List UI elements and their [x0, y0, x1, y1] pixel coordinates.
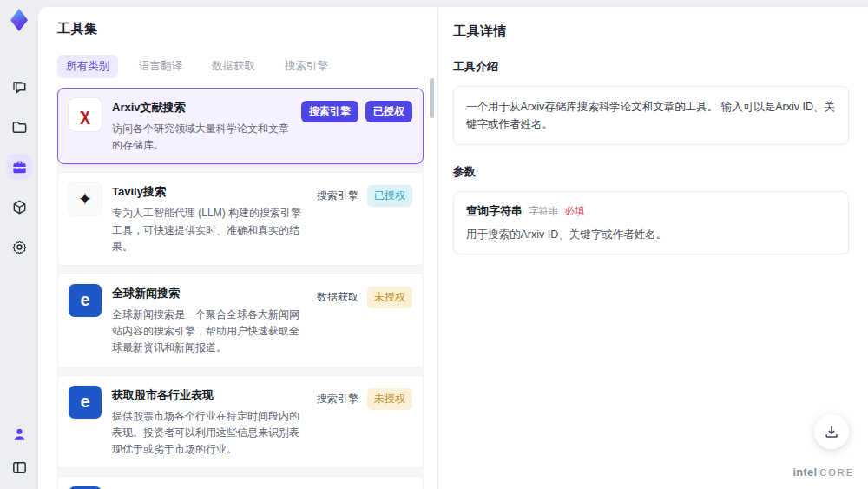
- param-description: 用于搜索的Arxiv ID、关键字或作者姓名。: [466, 228, 836, 242]
- tool-auth-status-badge: 未授权: [367, 388, 412, 410]
- tavily-logo-icon: ✦: [69, 182, 102, 215]
- intro-box: 一个用于从Arxiv存储库搜索科学论文和文章的工具。 输入可以是Arxiv ID…: [453, 86, 849, 145]
- main-panel: 工具集 所有类别语言翻译数据获取搜索引擎 χ Arxiv文献搜索 访问各个研究领…: [38, 7, 868, 489]
- category-tab[interactable]: 数据获取: [203, 55, 264, 78]
- tool-card[interactable]: e 全球新闻搜索 全球新闻搜索是一个聚合全球各大新闻网站内容的搜索引擎，帮助用户…: [57, 274, 424, 367]
- intro-text: 一个用于从Arxiv存储库搜索科学论文和文章的工具。 输入可以是Arxiv ID…: [466, 98, 836, 133]
- user-profile-icon[interactable]: [6, 421, 32, 447]
- param-head: 查询字符串 字符串 必填: [466, 203, 836, 219]
- tool-category-tag: 搜索引擎: [315, 388, 360, 410]
- global-news-logo-icon: e: [69, 284, 102, 317]
- tool-description: 全球新闻搜索是一个聚合全球各大新闻网站内容的搜索引擎，帮助用户快速获取全球最新资…: [112, 307, 305, 357]
- app-window: 工具集 所有类别语言翻译数据获取搜索引擎 χ Arxiv文献搜索 访问各个研究领…: [0, 0, 868, 489]
- category-tabs: 所有类别语言翻译数据获取搜索引擎: [57, 55, 437, 78]
- rail-bottom: [6, 421, 32, 480]
- tool-list-pane: 工具集 所有类别语言翻译数据获取搜索引擎 χ Arxiv文献搜索 访问各个研究领…: [38, 7, 438, 489]
- tool-category-tag: 搜索引擎: [315, 185, 360, 207]
- tool-category-tag: 搜索引擎: [301, 101, 358, 122]
- rail-nav: [6, 74, 32, 260]
- tool-description: 访问各个研究领域大量科学论文和文章的存储库。: [112, 121, 291, 154]
- tool-name: 获取股市各行业表现: [112, 387, 305, 403]
- param-required-badge: 必填: [565, 205, 585, 218]
- list-scrollbar[interactable]: [430, 78, 434, 484]
- intro-heading: 工具介绍: [453, 59, 849, 75]
- app-logo-icon[interactable]: [5, 6, 33, 34]
- download-button[interactable]: [814, 414, 849, 449]
- intel-logo-text: intel: [792, 466, 817, 479]
- tool-name: Arxiv文献搜索: [112, 100, 291, 116]
- detail-title: 工具详情: [453, 23, 849, 40]
- tool-card[interactable]: ✦ Tavily搜索 专为人工智能代理 (LLM) 构建的搜索引擎工具，可快速提…: [57, 172, 424, 266]
- tool-detail-pane: 工具详情 工具介绍 一个用于从Arxiv存储库搜索科学论文和文章的工具。 输入可…: [438, 7, 868, 489]
- chat-icon[interactable]: [6, 74, 32, 100]
- tool-auth-status-badge: 未授权: [367, 287, 412, 308]
- collapse-panel-icon[interactable]: [6, 454, 32, 480]
- stock-sector-logo-icon: e: [69, 386, 102, 419]
- param-name: 查询字符串: [466, 203, 523, 219]
- category-tab[interactable]: 搜索引擎: [276, 55, 337, 78]
- tool-name: Tavily搜索: [112, 184, 305, 200]
- page-title: 工具集: [57, 21, 437, 37]
- param-box: 查询字符串 字符串 必填 用于搜索的Arxiv ID、关键字或作者姓名。: [453, 191, 849, 254]
- tool-category-tag: 数据获取: [315, 287, 360, 308]
- intel-core-logo: intel CORE: [792, 466, 854, 479]
- tool-card[interactable]: e 获取市场最活跃股票信息 提供当天交易量最高的股票列表，投资者可以利用这些信息…: [57, 476, 424, 489]
- arxiv-logo-icon: χ: [69, 98, 102, 131]
- settings-gear-icon[interactable]: [6, 234, 32, 260]
- category-tab[interactable]: 语言翻译: [130, 55, 191, 78]
- left-icon-rail: [0, 0, 38, 489]
- tool-description: 提供股票市场各个行业在特定时间段内的表现。投资者可以利用这些信息来识别表现优于或…: [112, 408, 305, 459]
- tool-description: 专为人工智能代理 (LLM) 构建的搜索引擎工具，可快速提供实时、准确和真实的结…: [112, 205, 305, 255]
- download-arrow: [829, 426, 834, 433]
- scrollbar-thumb[interactable]: [430, 78, 434, 118]
- package-icon[interactable]: [6, 194, 32, 220]
- params-heading: 参数: [453, 164, 849, 180]
- tool-list: χ Arxiv文献搜索 访问各个研究领域大量科学论文和文章的存储库。 搜索引擎 …: [57, 88, 424, 489]
- tool-card[interactable]: e 获取股市各行业表现 提供股票市场各个行业在特定时间段内的表现。投资者可以利用…: [57, 375, 424, 469]
- category-tab[interactable]: 所有类别: [57, 55, 118, 78]
- folder-icon[interactable]: [6, 114, 32, 140]
- param-type: 字符串: [529, 205, 559, 218]
- tool-card[interactable]: χ Arxiv文献搜索 访问各个研究领域大量科学论文和文章的存储库。 搜索引擎 …: [57, 88, 424, 164]
- tool-auth-status-badge: 已授权: [367, 185, 412, 207]
- toolbox-icon[interactable]: [6, 154, 32, 180]
- tool-auth-status-badge: 已授权: [365, 101, 412, 122]
- tool-name: 全球新闻搜索: [112, 286, 305, 301]
- core-logo-text: CORE: [819, 467, 854, 478]
